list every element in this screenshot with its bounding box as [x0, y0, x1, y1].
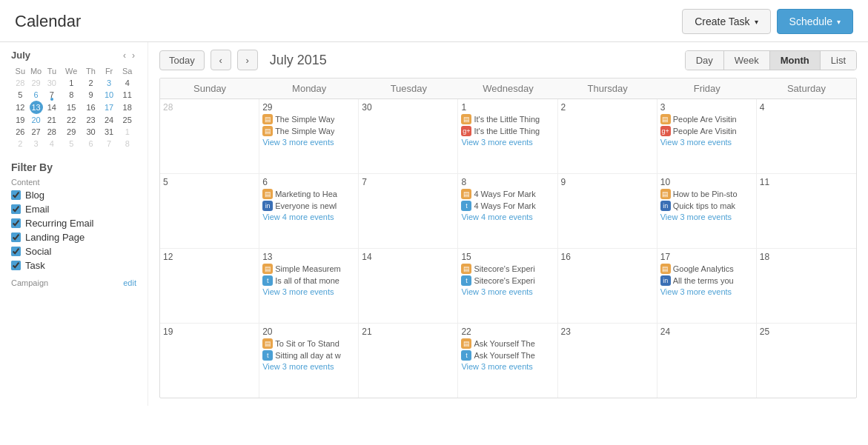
- view-more-link[interactable]: View 3 more events: [660, 287, 753, 296]
- calendar-cell[interactable]: 12: [160, 249, 259, 323]
- mini-cal-day[interactable]: 10: [100, 89, 119, 101]
- filter-checkbox[interactable]: [11, 204, 21, 214]
- calendar-cell[interactable]: 18: [757, 249, 856, 323]
- mini-cal-day[interactable]: 4: [118, 77, 136, 89]
- view-more-link[interactable]: View 3 more events: [660, 138, 753, 147]
- calendar-cell[interactable]: 3▤People Are Visiting+People Are Visitin…: [657, 99, 757, 173]
- calendar-cell[interactable]: 5: [160, 174, 259, 248]
- today-button[interactable]: Today: [159, 50, 205, 70]
- filter-checkbox[interactable]: [11, 247, 21, 256]
- calendar-cell[interactable]: 2: [558, 99, 657, 173]
- mini-cal-next[interactable]: ›: [130, 50, 136, 61]
- calendar-cell[interactable]: 20▤To Sit or To StandtSitting all day at…: [259, 324, 359, 398]
- filter-checkbox[interactable]: [11, 190, 21, 200]
- calendar-cell[interactable]: 7: [359, 174, 458, 248]
- mini-cal-day[interactable]: 31: [100, 126, 119, 138]
- mini-cal-day[interactable]: 20: [30, 114, 43, 126]
- mini-cal-day[interactable]: 6: [82, 138, 100, 150]
- mini-cal-day[interactable]: 1: [118, 126, 136, 138]
- mini-cal-day[interactable]: 18: [118, 101, 136, 114]
- mini-cal-day[interactable]: 19: [11, 114, 30, 126]
- view-more-link[interactable]: View 4 more events: [262, 213, 355, 221]
- calendar-cell[interactable]: 23: [558, 324, 657, 398]
- mini-cal-day[interactable]: 25: [118, 114, 136, 126]
- view-more-link[interactable]: View 3 more events: [660, 213, 753, 221]
- view-btn-month[interactable]: Month: [769, 51, 820, 70]
- view-btn-list[interactable]: List: [820, 51, 856, 70]
- calendar-cell[interactable]: 8▤4 Ways For Markt4 Ways For MarkView 4 …: [458, 174, 557, 248]
- mini-cal-day[interactable]: 11: [118, 89, 136, 101]
- calendar-cell[interactable]: 24: [657, 324, 757, 398]
- calendar-cell[interactable]: 17▤Google AnalyticsinAll the terms youVi…: [657, 249, 757, 323]
- next-month-button[interactable]: ›: [237, 50, 258, 70]
- mini-cal-day[interactable]: 29: [30, 77, 43, 89]
- calendar-cell[interactable]: 28: [160, 99, 259, 173]
- mini-cal-day[interactable]: 13: [30, 101, 43, 114]
- calendar-cell[interactable]: 1▤It's the Little Thingg+It's the Little…: [458, 99, 557, 173]
- mini-cal-day[interactable]: 2: [11, 138, 30, 150]
- mini-cal-day[interactable]: 14: [43, 101, 62, 114]
- filter-checkbox[interactable]: [11, 218, 21, 228]
- calendar-cell[interactable]: 19: [160, 324, 259, 398]
- calendar-cell[interactable]: 25: [757, 324, 856, 398]
- mini-cal-day[interactable]: 24: [100, 114, 119, 126]
- cal-event: inQuick tips to mak: [660, 201, 753, 211]
- view-more-link[interactable]: View 3 more events: [461, 138, 554, 147]
- calendar-cell[interactable]: 13▤Simple MeasuremtIs all of that moneVi…: [259, 249, 359, 323]
- mini-cal-day[interactable]: 29: [61, 126, 82, 138]
- calendar-cell[interactable]: 29▤The Simple Way▤The Simple WayView 3 m…: [259, 99, 359, 173]
- mini-cal-day[interactable]: 7: [43, 89, 62, 101]
- calendar-cell[interactable]: 21: [359, 324, 458, 398]
- filter-checkbox[interactable]: [11, 261, 21, 270]
- mini-cal-day[interactable]: 28: [11, 77, 30, 89]
- calendar-cell[interactable]: 11: [757, 174, 856, 248]
- mini-cal-day[interactable]: 5: [61, 138, 82, 150]
- mini-cal-day[interactable]: 27: [30, 126, 43, 138]
- calendar-cell[interactable]: 6▤Marketing to HeainEveryone is newlView…: [259, 174, 359, 248]
- view-more-link[interactable]: View 3 more events: [262, 138, 355, 147]
- mini-cal-day[interactable]: 28: [43, 126, 62, 138]
- view-more-link[interactable]: View 3 more events: [461, 362, 554, 371]
- view-more-link[interactable]: View 3 more events: [461, 287, 554, 296]
- mini-cal-day[interactable]: 5: [11, 89, 30, 101]
- view-more-link[interactable]: View 4 more events: [461, 213, 554, 221]
- mini-cal-day[interactable]: 16: [82, 101, 100, 114]
- mini-cal-day[interactable]: 23: [82, 114, 100, 126]
- calendar-cell[interactable]: 4: [757, 99, 856, 173]
- mini-cal-day[interactable]: 1: [61, 77, 82, 89]
- view-more-link[interactable]: View 3 more events: [262, 287, 355, 296]
- mini-cal-prev[interactable]: ‹: [122, 50, 127, 61]
- prev-month-button[interactable]: ‹: [211, 50, 231, 70]
- mini-cal-day[interactable]: 26: [11, 126, 30, 138]
- mini-cal-day[interactable]: 7: [100, 138, 119, 150]
- view-btn-week[interactable]: Week: [723, 51, 769, 70]
- mini-cal-day[interactable]: 3: [30, 138, 43, 150]
- mini-cal-day[interactable]: 17: [100, 101, 119, 114]
- mini-cal-day[interactable]: 22: [61, 114, 82, 126]
- mini-cal-day[interactable]: 9: [82, 89, 100, 101]
- calendar-cell[interactable]: 15▤Sitecore's ExperitSitecore's ExperiVi…: [458, 249, 557, 323]
- mini-cal-day[interactable]: 8: [61, 89, 82, 101]
- calendar-cell[interactable]: 22▤Ask Yourself ThetAsk Yourself TheView…: [458, 324, 557, 398]
- create-task-button[interactable]: Create Task ▾: [682, 9, 770, 34]
- mini-cal-day[interactable]: 30: [82, 126, 100, 138]
- campaign-edit-link[interactable]: edit: [123, 278, 136, 287]
- mini-cal-day[interactable]: 3: [100, 77, 119, 89]
- calendar-cell[interactable]: 10▤How to be Pin-stoinQuick tips to makV…: [657, 174, 757, 248]
- mini-cal-day[interactable]: 4: [43, 138, 62, 150]
- mini-cal-day[interactable]: 2: [82, 77, 100, 89]
- view-more-link[interactable]: View 3 more events: [262, 362, 355, 371]
- calendar-cell[interactable]: 30: [359, 99, 458, 173]
- mini-cal-day[interactable]: 21: [43, 114, 62, 126]
- mini-cal-day[interactable]: 15: [61, 101, 82, 114]
- mini-cal-day[interactable]: 30: [43, 77, 62, 89]
- mini-cal-day[interactable]: 6: [30, 89, 43, 101]
- view-btn-day[interactable]: Day: [686, 51, 723, 70]
- mini-cal-day[interactable]: 8: [118, 138, 136, 150]
- calendar-cell[interactable]: 9: [558, 174, 657, 248]
- schedule-button[interactable]: Schedule ▾: [777, 9, 853, 34]
- calendar-cell[interactable]: 14: [359, 249, 458, 323]
- mini-cal-day[interactable]: 12: [11, 101, 30, 114]
- filter-checkbox[interactable]: [11, 232, 21, 242]
- calendar-cell[interactable]: 16: [558, 249, 657, 323]
